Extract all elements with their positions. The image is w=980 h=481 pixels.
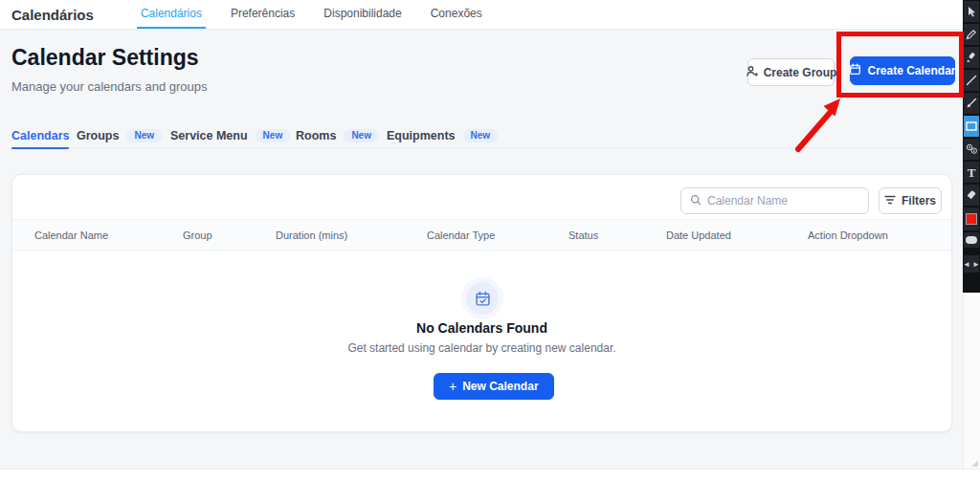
tab-equipments-label: Equipments [387, 129, 456, 142]
marker-tool-icon[interactable] [964, 47, 979, 68]
tab-rooms-label: Rooms [296, 129, 336, 142]
column-header-date-updated: Date Updated [666, 220, 731, 251]
line-width-bar [966, 236, 977, 244]
calendar-icon [849, 63, 861, 78]
search-icon [690, 192, 702, 209]
current-color-red [966, 213, 977, 225]
tab-calendars-label: Calendars [11, 129, 69, 142]
top-bar: Calendários Calendários Preferências Dis… [0, 0, 980, 30]
undo-redo-buttons[interactable]: ◄ ► [964, 255, 979, 273]
topnav-item-preferencias[interactable]: Preferências [227, 0, 299, 29]
topnav-item-calendarios[interactable]: Calendários [137, 0, 206, 29]
create-group-label: Create Group [764, 66, 837, 79]
empty-state-subtitle: Get started using calendar by creating n… [12, 341, 951, 355]
create-calendar-label: Create Calendar [867, 64, 955, 77]
new-badge: New [463, 129, 499, 142]
new-calendar-button[interactable]: + New Calendar [434, 373, 554, 400]
redo-icon[interactable]: ► [972, 260, 980, 269]
undo-icon[interactable]: ◄ [963, 260, 970, 269]
filters-label: Filters [902, 194, 936, 208]
tab-equipments[interactable]: Equipments New [387, 123, 498, 148]
topnav-item-conexoes[interactable]: Conexões [427, 0, 486, 29]
column-header-status: Status [568, 220, 598, 251]
line-width-button[interactable] [964, 232, 979, 248]
new-calendar-label: New Calendar [462, 380, 538, 393]
counter-tool-icon[interactable] [964, 139, 979, 160]
column-header-duration: Duration (mins) [276, 220, 347, 251]
topnav-item-disponibilidade[interactable]: Disponibilidade [320, 0, 405, 29]
top-navigation: Calendários Preferências Disponibilidade… [126, 0, 497, 29]
eraser-tool-icon[interactable] [964, 185, 979, 206]
new-badge: New [256, 129, 291, 142]
create-group-button[interactable]: Create Group [747, 58, 835, 86]
new-badge: New [126, 129, 162, 142]
plus-icon: + [449, 379, 457, 394]
calendar-search-box[interactable] [680, 187, 869, 214]
tab-service-menu[interactable]: Service Menu New [170, 123, 290, 148]
bottom-strip [0, 469, 980, 481]
page-brand: Calendários [0, 0, 94, 29]
new-badge: New [344, 129, 379, 142]
tab-calendars[interactable]: Calendars [11, 123, 69, 148]
table-header-row: Calendar Name Group Duration (mins) Cale… [12, 219, 951, 251]
text-tool-icon[interactable]: T [964, 162, 979, 183]
settings-tabs: Calendars Groups New Service Menu New Ro… [11, 123, 952, 148]
scroll-corner-handle[interactable] [971, 460, 978, 467]
pencil-tool-icon[interactable] [964, 24, 979, 45]
annotation-toolbar: T ◄ ► [963, 0, 980, 293]
rectangle-tool-icon[interactable] [964, 116, 979, 137]
empty-state-title: No Calendars Found [12, 320, 951, 336]
column-header-group: Group [183, 220, 212, 251]
calendar-settings-page: Calendários Calendários Preferências Dis… [0, 0, 980, 481]
column-header-calendar-type: Calendar Type [427, 220, 495, 251]
tab-groups[interactable]: Groups New [77, 123, 162, 148]
empty-state-calendar-icon [466, 282, 499, 315]
calendars-list-card: Filters Calendar Name Group Duration (mi… [11, 174, 952, 432]
tab-service-menu-label: Service Menu [170, 129, 248, 142]
column-header-action-dropdown: Action Dropdown [808, 220, 888, 251]
page-title: Calendar Settings [11, 45, 199, 71]
column-header-calendar-name: Calendar Name [34, 220, 108, 251]
tab-active-underline [11, 147, 69, 149]
scrollbar-track[interactable] [963, 293, 980, 469]
line-tool-icon[interactable] [964, 70, 979, 91]
user-plus-icon [746, 65, 758, 80]
calendar-search-input[interactable] [707, 194, 859, 208]
tab-groups-label: Groups [77, 129, 119, 142]
color-swatch-button[interactable] [964, 208, 979, 230]
create-calendar-button[interactable]: Create Calendar [850, 56, 955, 85]
filter-icon [884, 194, 896, 208]
pointer-tool-icon[interactable] [964, 1, 979, 22]
page-subtitle: Manage your calendars and groups [11, 79, 208, 94]
tab-rooms[interactable]: Rooms New [296, 123, 379, 148]
arrow-tool-icon[interactable] [964, 93, 979, 114]
filters-button[interactable]: Filters [879, 187, 942, 214]
